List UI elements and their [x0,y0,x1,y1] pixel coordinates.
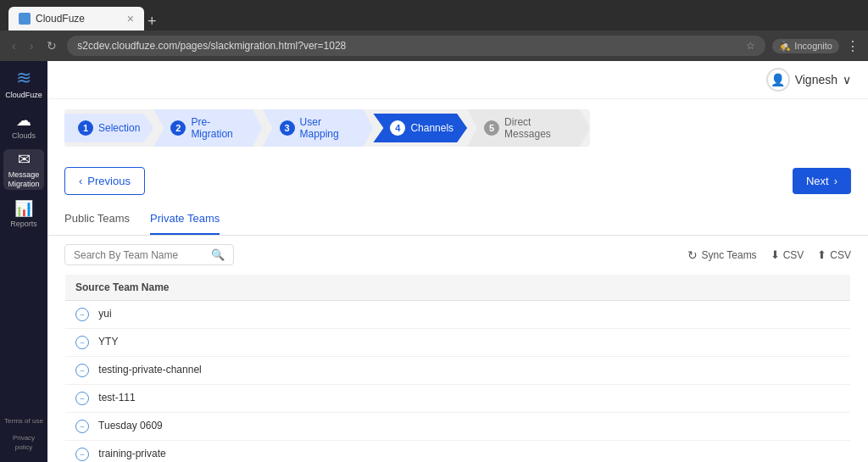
team-name-cell: – testing-private-channel [65,357,851,385]
active-tab[interactable]: CloudFuze × [8,7,144,31]
search-input[interactable] [74,249,206,261]
table-row[interactable]: – testing-private-channel [65,357,851,385]
message-migration-icon: ✉ [18,150,31,169]
browser-chrome: CloudFuze × + [0,0,868,31]
logo-icon: ≋ [16,67,31,89]
forward-button[interactable]: › [26,36,37,56]
step-2-label: Pre-Migration [191,116,248,140]
tab-private-teams-label: Private Teams [150,212,220,225]
sync-label: Sync Teams [701,249,756,261]
terms-of-use-link[interactable]: Terms of use [0,413,47,429]
sidebar-item-reports[interactable]: 📊 Reports [3,193,44,234]
tab-close-button[interactable]: × [127,12,134,25]
csv-label-1: CSV [783,249,804,261]
step-pre-migration[interactable]: 2 Pre-Migration [153,109,262,147]
row-status-icon: – [75,448,89,461]
tab-favicon [19,13,31,25]
table-row[interactable]: – yui [65,301,851,329]
next-label: Next [806,175,829,187]
stepper: 1 Selection 2 Pre-Migration 3 User Mappi… [64,109,590,147]
step-channels[interactable]: 4 Channels [373,114,467,142]
app-layout: ≋ CloudFuze ☁ Clouds ✉ Message Migration… [0,61,868,462]
step-5-number: 5 [484,120,499,136]
download-csv-2-button[interactable]: ⬆ CSV [817,248,851,261]
table-row[interactable]: – Tuesday 0609 [65,413,851,441]
user-avatar: 👤 [766,68,790,92]
incognito-label: Incognito [794,41,832,51]
sidebar-label-clouds: Clouds [12,131,36,141]
stepper-container: 1 Selection 2 Pre-Migration 3 User Mappi… [47,99,868,157]
action-bar: ‹ Previous Next › [47,157,868,205]
user-menu[interactable]: 👤 Vignesh ∨ [766,68,851,92]
browser-menu-button[interactable]: ⋮ [846,38,860,54]
table-row[interactable]: – test-111 [65,385,851,413]
step-3-label: User Mapping [300,116,360,140]
address-icons: ☆ [746,40,755,52]
next-icon: › [834,175,837,187]
step-4-label: Channels [410,122,453,134]
new-tab-button[interactable]: + [147,13,157,31]
incognito-icon: 🕵 [779,41,791,52]
sidebar-item-message-migration[interactable]: ✉ Message Migration [3,149,44,190]
sidebar-item-clouds[interactable]: ☁ Clouds [3,105,44,146]
refresh-button[interactable]: ↻ [43,36,60,56]
sync-icon: ↻ [687,248,698,262]
team-name-cell: – yui [65,301,851,329]
toolbar-right: ↻ Sync Teams ⬇ CSV ⬆ CSV [687,248,851,262]
tab-title: CloudFuze [36,13,85,25]
user-name: Vignesh [795,73,837,86]
address-text: s2cdev.cloudfuze.com/pages/slackmigratio… [77,40,346,52]
row-status-icon: – [75,392,89,405]
clouds-icon: ☁ [16,111,31,130]
table-container: Source Team Name – yui – YTY – testing-p… [47,274,868,462]
csv-label-2: CSV [830,249,851,261]
privacy-policy-link[interactable]: Privacy policy [0,430,47,455]
previous-button[interactable]: ‹ Previous [64,167,145,195]
step-3-number: 3 [280,120,295,136]
table-toolbar: 🔍 ↻ Sync Teams ⬇ CSV ⬆ CSV [47,236,868,274]
tab-private-teams[interactable]: Private Teams [150,205,220,235]
next-button[interactable]: Next › [793,168,851,194]
sidebar-logo: ≋ CloudFuze [8,68,39,98]
tab-public-teams-label: Public Teams [64,212,130,225]
download-icon-1: ⬇ [771,248,780,261]
team-name-cell: – training-private [65,441,851,463]
incognito-badge: 🕵 Incognito [772,39,839,53]
prev-label: Previous [87,175,131,187]
browser-tabs: CloudFuze × + [8,0,157,31]
step-selection[interactable]: 1 Selection [64,114,153,142]
search-icon: 🔍 [211,248,225,261]
step-1-label: Selection [98,122,140,134]
step-user-mapping[interactable]: 3 User Mapping [263,109,374,147]
download-csv-1-button[interactable]: ⬇ CSV [771,248,804,261]
address-bar-row: ‹ › ↻ s2cdev.cloudfuze.com/pages/slackmi… [0,31,868,61]
row-status-icon: – [75,420,89,433]
step-direct-messages[interactable]: 5 Direct Messages [467,109,590,147]
teams-table: Source Team Name – yui – YTY – testing-p… [64,274,851,462]
sidebar-logo-text: CloudFuze [5,91,42,99]
download-icon-2: ⬆ [817,248,826,261]
back-button[interactable]: ‹ [8,36,19,56]
address-bar[interactable]: s2cdev.cloudfuze.com/pages/slackmigratio… [67,36,765,56]
sidebar-label-reports: Reports [10,220,37,229]
sync-teams-button[interactable]: ↻ Sync Teams [687,248,756,262]
step-5-label: Direct Messages [504,116,576,140]
row-status-icon: – [75,364,89,377]
star-icon[interactable]: ☆ [746,40,755,52]
main-content: 👤 Vignesh ∨ 1 Selection 2 Pre-Migration … [47,61,868,462]
team-name-cell: – test-111 [65,385,851,413]
search-box[interactable]: 🔍 [64,244,234,265]
reports-icon: 📊 [14,199,33,218]
user-chevron-icon: ∨ [843,73,851,86]
row-status-icon: – [75,336,89,349]
tab-public-teams[interactable]: Public Teams [64,205,130,235]
team-name-cell: – YTY [65,329,851,357]
step-1-number: 1 [78,120,93,136]
table-row[interactable]: – YTY [65,329,851,357]
table-row[interactable]: – training-private [65,441,851,463]
user-avatar-icon: 👤 [771,73,785,86]
tabs-container: Public Teams Private Teams [47,205,868,236]
sidebar-label-message-migration: Message Migration [8,170,39,189]
sidebar-footer: Terms of use Privacy policy [0,413,47,455]
prev-icon: ‹ [79,175,82,187]
